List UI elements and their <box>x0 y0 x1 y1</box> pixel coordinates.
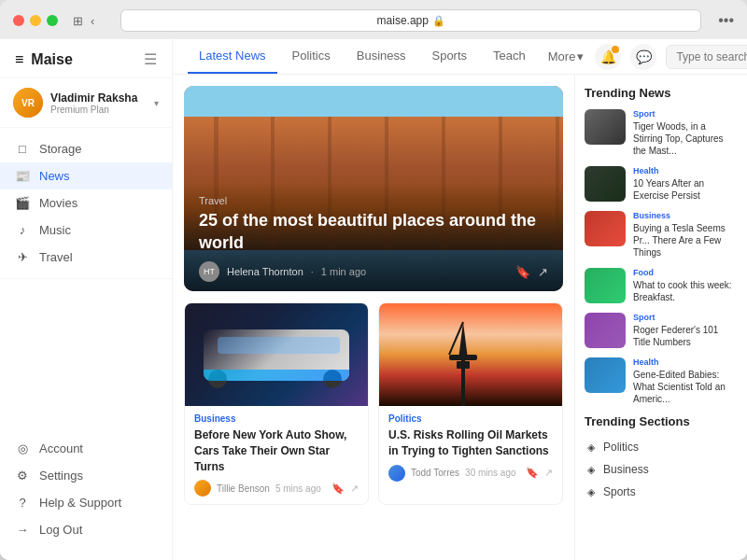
bottom-nav: ◎ Account ⚙ Settings ? Help & Support → … <box>0 427 172 551</box>
main-content: Latest News Politics Business Sports Tea… <box>173 39 747 560</box>
window-back-icon[interactable]: ‹ <box>91 14 94 28</box>
trending-item-2[interactable]: Business Buying a Tesla Seems Pr... Ther… <box>585 211 738 259</box>
sports-section-icon: ◈ <box>585 485 598 498</box>
sidebar-item-travel[interactable]: ✈ Travel <box>0 244 172 271</box>
user-section[interactable]: VR Vladimir Raksha Premium Plan ▾ <box>0 78 172 128</box>
content-area: Travel 25 of the most beautiful places a… <box>173 75 747 560</box>
sidebar-item-movies[interactable]: 🎬 Movies <box>0 189 172 217</box>
trending-item-4[interactable]: Sport Roger Federer's 101 Title Numbers <box>585 313 738 348</box>
trending-title-1: 10 Years After an Exercise Persist <box>633 177 738 202</box>
more-chevron: ▾ <box>577 49 584 63</box>
trending-info-0: Sport Tiger Woods, in a Stirring Top, Ca… <box>633 109 738 157</box>
sidebar-label-account: Account <box>39 441 83 455</box>
card-body-0: Business Before New York Auto Show, Cars… <box>185 406 368 504</box>
chat-button[interactable]: 💬 <box>630 44 656 70</box>
top-nav: Latest News Politics Business Sports Tea… <box>173 39 747 75</box>
trending-info-2: Business Buying a Tesla Seems Pr... Ther… <box>633 211 738 259</box>
article-card-1[interactable]: Politics U.S. Risks Rolling Oil Markets … <box>378 302 563 505</box>
sidebar-item-music[interactable]: ♪ Music <box>0 217 172 244</box>
tab-sports[interactable]: Sports <box>420 39 478 74</box>
card-image-0 <box>185 303 368 406</box>
trending-thumb-0 <box>585 109 626 145</box>
notification-badge <box>612 46 619 53</box>
travel-icon: ✈ <box>15 250 30 264</box>
section-item-sports[interactable]: ◈ Sports <box>585 481 738 503</box>
hero-article[interactable]: Travel 25 of the most beautiful places a… <box>184 86 563 291</box>
hero-author-name: Helena Thornton <box>227 266 303 277</box>
help-icon: ? <box>15 496 30 510</box>
traffic-light-green[interactable] <box>47 15 58 26</box>
card-share-icon-1[interactable]: ↗ <box>544 467 553 479</box>
trending-title-4: Roger Federer's 101 Title Numbers <box>633 324 738 348</box>
sidebar-item-help[interactable]: ? Help & Support <box>0 489 172 516</box>
card-category-0: Business <box>194 413 359 424</box>
sidebar-item-account[interactable]: ◎ Account <box>0 435 172 462</box>
search-input[interactable] <box>666 45 747 69</box>
tab-teach[interactable]: Teach <box>482 39 537 74</box>
sidebar-item-settings[interactable]: ⚙ Settings <box>0 462 172 489</box>
notifications-button[interactable]: 🔔 <box>595 44 621 70</box>
hero-author-avatar: HT <box>199 261 219 282</box>
storage-icon: □ <box>15 142 30 156</box>
hero-overlay: Travel 25 of the most beautiful places a… <box>184 182 563 291</box>
section-label-sports: Sports <box>603 485 636 498</box>
section-label-business: Business <box>603 463 649 476</box>
sidebar-label-movies: Movies <box>39 196 78 210</box>
card-share-icon-0[interactable]: ↗ <box>350 483 359 495</box>
sidebar-item-logout[interactable]: → Log Out <box>0 516 172 543</box>
trending-cat-4: Sport <box>633 313 738 322</box>
card-avatar-0 <box>194 480 211 497</box>
card-title-1: U.S. Risks Rolling Oil Markets in Trying… <box>388 427 553 459</box>
section-item-politics[interactable]: ◈ Politics <box>585 436 738 458</box>
traffic-light-yellow[interactable] <box>30 15 41 26</box>
app-logo: Maise <box>31 51 72 68</box>
tab-more[interactable]: More ▾ <box>541 40 592 73</box>
card-bookmark-icon-0[interactable]: 🔖 <box>331 483 345 495</box>
hamburger-icon[interactable]: ☰ <box>144 50 157 68</box>
card-category-1: Politics <box>388 413 553 424</box>
trending-info-3: Food What to cook this week: Breakfast. <box>633 268 738 303</box>
svg-rect-2 <box>449 355 477 360</box>
tab-business[interactable]: Business <box>345 39 417 74</box>
hero-share-icon[interactable]: ↗ <box>538 265 548 279</box>
user-menu-chevron[interactable]: ▾ <box>154 98 159 108</box>
more-label: More <box>548 49 576 63</box>
trending-news-title: Trending News <box>585 86 738 100</box>
trending-item-0[interactable]: Sport Tiger Woods, in a Stirring Top, Ca… <box>585 109 738 157</box>
browser-menu-icon[interactable]: ••• <box>718 12 734 29</box>
trending-thumb-1 <box>585 166 626 202</box>
account-icon: ◎ <box>15 441 30 455</box>
card-author-0: Tillie Benson <box>217 483 270 494</box>
trending-item-3[interactable]: Food What to cook this week: Breakfast. <box>585 268 738 303</box>
sidebar-label-news: News <box>39 169 70 183</box>
hero-bookmark-icon[interactable]: 🔖 <box>515 265 530 279</box>
hero-title: 25 of the most beautiful places around t… <box>199 210 548 254</box>
trending-item-5[interactable]: Health Gene-Edited Babies: What Scientis… <box>585 357 738 405</box>
trending-info-1: Health 10 Years After an Exercise Persis… <box>633 166 738 202</box>
hero-actions: 🔖 ↗ <box>515 265 548 279</box>
address-bar[interactable]: maise.app 🔒 <box>120 9 701 32</box>
trending-cat-0: Sport <box>633 109 738 119</box>
traffic-light-red[interactable] <box>13 15 24 26</box>
trending-cat-5: Health <box>633 357 738 367</box>
trending-title-2: Buying a Tesla Seems Pr... There Are a F… <box>633 222 738 259</box>
sidebar-label-storage: Storage <box>39 142 82 156</box>
sidebar-label-settings: Settings <box>39 469 83 483</box>
card-bookmark-icon-1[interactable]: 🔖 <box>526 467 539 479</box>
sidebar-item-storage[interactable]: □ Storage <box>0 135 172 162</box>
tab-latest-news[interactable]: Latest News <box>188 39 277 74</box>
tab-politics[interactable]: Politics <box>281 39 342 74</box>
music-icon: ♪ <box>15 223 30 237</box>
section-label-politics: Politics <box>603 441 639 454</box>
trending-title-0: Tiger Woods, in a Stirring Top, Captures… <box>633 120 738 157</box>
sidebar-item-news[interactable]: 📰 News <box>0 162 172 189</box>
section-item-business[interactable]: ◈ Business <box>585 458 738 481</box>
article-card-0[interactable]: Business Before New York Auto Show, Cars… <box>184 302 369 505</box>
window-grid-icon[interactable]: ⊞ <box>73 14 83 28</box>
sidebar-label-music: Music <box>39 223 71 237</box>
logout-icon: → <box>15 523 30 537</box>
trending-item-1[interactable]: Health 10 Years After an Exercise Persis… <box>585 166 738 202</box>
trending-cat-3: Food <box>633 268 738 277</box>
news-icon: 📰 <box>15 169 30 183</box>
card-actions-0: 🔖 ↗ <box>331 483 359 495</box>
